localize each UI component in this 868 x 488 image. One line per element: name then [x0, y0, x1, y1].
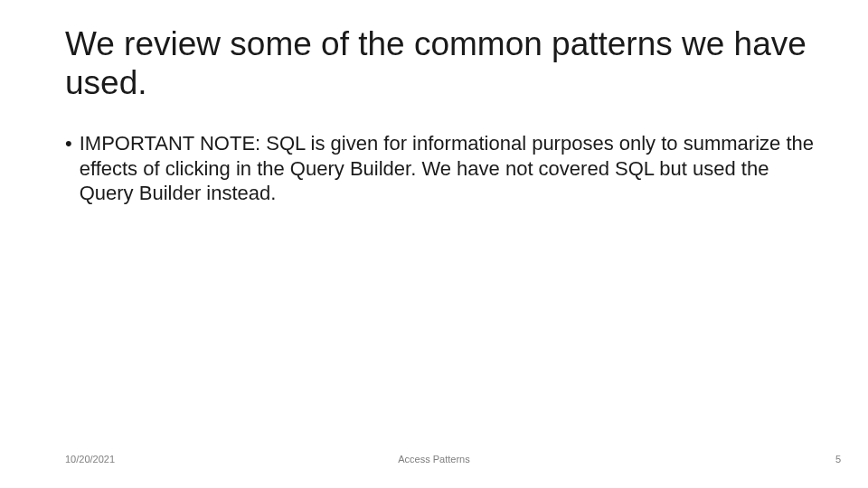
bullet-text: IMPORTANT NOTE: SQL is given for informa…: [80, 131, 814, 206]
slide-content: • IMPORTANT NOTE: SQL is given for infor…: [65, 131, 814, 206]
footer-date: 10/20/2021: [65, 454, 115, 465]
bullet-marker: •: [65, 131, 72, 156]
footer-title: Access Patterns: [398, 454, 469, 465]
footer-page-number: 5: [835, 454, 841, 465]
slide-title: We review some of the common patterns we…: [65, 25, 823, 102]
slide-footer: 10/20/2021 Access Patterns 5: [0, 454, 868, 472]
bullet-item: • IMPORTANT NOTE: SQL is given for infor…: [65, 131, 814, 206]
